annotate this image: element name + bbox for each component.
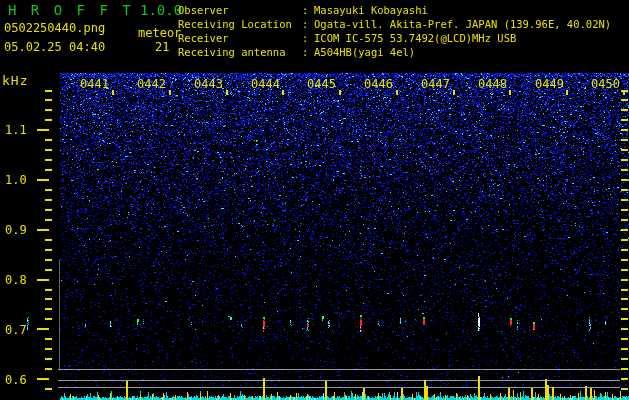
info-row-observer: Observer:Masayuki Kobayashi <box>178 3 611 17</box>
app-title: H R O F F T <box>8 2 134 18</box>
spectrogram-canvas <box>0 0 629 400</box>
y-axis-unit-label: kHz <box>2 73 28 88</box>
info-separator: : <box>302 3 314 17</box>
x-tick-label-0444: 0444 <box>251 77 280 91</box>
x-tick-label-0445: 0445 <box>307 77 336 91</box>
info-value: ICOM IC-575 53.7492(@LCD)MHz USB <box>314 31 516 45</box>
output-filename: 0502250440.png <box>4 21 105 35</box>
info-separator: : <box>302 17 314 31</box>
y-tick-label-0_7: 0.7 <box>5 323 27 337</box>
x-tick-label-0448: 0448 <box>478 77 507 91</box>
x-tick-label-0442: 0442 <box>137 77 166 91</box>
observer-info-block: Observer:Masayuki Kobayashi Receiving Lo… <box>178 3 611 59</box>
info-separator: : <box>302 31 314 45</box>
y-tick-label-1_1: 1.1 <box>5 123 27 137</box>
y-tick-label-0_8: 0.8 <box>5 273 27 287</box>
x-tick-label-0447: 0447 <box>421 77 450 91</box>
y-tick-label-0_6: 0.6 <box>5 373 27 387</box>
info-row-receiver: Receiver:ICOM IC-575 53.7492(@LCD)MHz US… <box>178 31 611 45</box>
datetime-label: 05.02.25 04:40 <box>4 40 105 54</box>
info-label: Receiving Location <box>178 17 302 31</box>
info-value: A504HB(yagi 4el) <box>314 45 415 59</box>
x-tick-label-0450: 0450 <box>591 77 620 91</box>
info-row-location: Receiving Location:Ogata-vill. Akita-Pre… <box>178 17 611 31</box>
x-tick-label-0446: 0446 <box>364 77 393 91</box>
x-tick-label-0449: 0449 <box>535 77 564 91</box>
y-tick-label-0_9: 0.9 <box>5 223 27 237</box>
info-value: Ogata-vill. Akita-Pref. JAPAN (139.96E, … <box>314 17 611 31</box>
info-label: Observer <box>178 3 302 17</box>
mode-label: meteor <box>138 26 181 40</box>
info-value: Masayuki Kobayashi <box>314 3 428 17</box>
x-tick-label-0441: 0441 <box>80 77 109 91</box>
hrofft-window: H R O F F T 1.0.0 0502250440.png meteor … <box>0 0 629 400</box>
x-tick-label-0443: 0443 <box>194 77 223 91</box>
app-version: 1.0.0 <box>140 2 182 18</box>
info-label: Receiver <box>178 31 302 45</box>
echo-count: 21 <box>155 40 169 54</box>
y-tick-label-1_0: 1.0 <box>5 173 27 187</box>
info-separator: : <box>302 45 314 59</box>
info-label: Receiving antenna <box>178 45 302 59</box>
info-row-antenna: Receiving antenna:A504HB(yagi 4el) <box>178 45 611 59</box>
